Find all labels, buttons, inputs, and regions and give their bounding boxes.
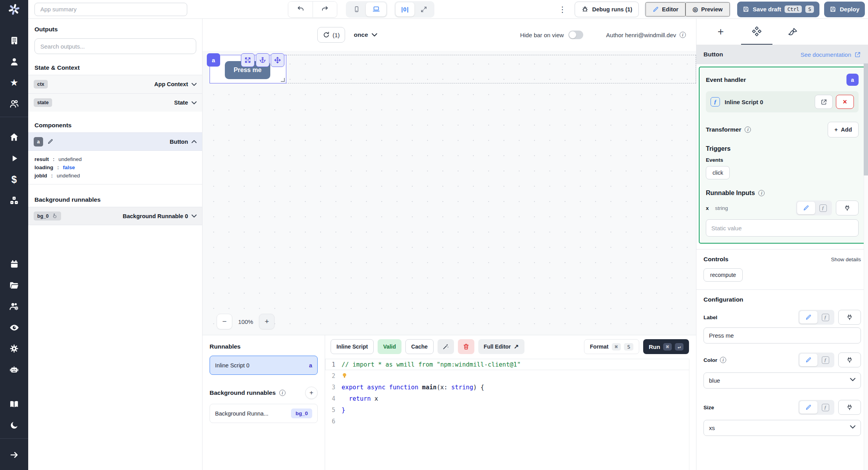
save-draft-button[interactable]: Save draft Ctrl S — [737, 2, 819, 17]
nav-settings[interactable] — [0, 338, 28, 359]
fullscreen-button[interactable] — [414, 2, 433, 16]
state-row[interactable]: state State — [28, 93, 202, 112]
run-button[interactable]: Run ⌘ ↵ — [643, 339, 689, 354]
info-icon[interactable]: i — [745, 127, 751, 133]
tab-styling[interactable] — [777, 19, 808, 45]
chevron-down-icon[interactable] — [192, 101, 197, 105]
nav-runs[interactable] — [0, 148, 28, 169]
component-a-row[interactable]: a Button — [28, 132, 202, 151]
show-details-link[interactable]: Show details — [831, 257, 861, 262]
nav-ai[interactable] — [0, 359, 28, 380]
static-mode-button[interactable] — [799, 354, 817, 366]
nav-user[interactable] — [0, 51, 28, 72]
nav-schedules[interactable] — [0, 253, 28, 275]
right-panel-scrollbar-thumb[interactable] — [864, 63, 868, 175]
color-select[interactable] — [703, 370, 861, 389]
size-field-title: Size — [703, 405, 714, 410]
anchor-handle[interactable] — [256, 53, 269, 67]
dark-mode-toggle[interactable] — [0, 415, 28, 436]
expression-mode-button[interactable]: ƒ — [817, 354, 833, 366]
schedule-dropdown[interactable]: once — [354, 31, 377, 38]
info-icon[interactable]: i — [680, 32, 686, 38]
chevron-down-icon[interactable] — [192, 214, 197, 218]
center-align-button[interactable]: |0| — [396, 2, 414, 16]
refresh-button[interactable]: (1) — [317, 27, 345, 43]
full-editor-button[interactable]: Full Editor ↗ — [478, 339, 524, 354]
zoom-out-button[interactable]: − — [217, 314, 232, 329]
runnable-background-0[interactable]: Background Runna... bg_0 — [210, 404, 318, 423]
lightbulb-icon[interactable] — [342, 372, 347, 379]
nav-resources[interactable] — [0, 190, 28, 211]
connect-input-button[interactable] — [836, 201, 859, 215]
nav-home[interactable] — [0, 127, 28, 148]
static-value-input[interactable] — [706, 219, 859, 237]
hide-bar-toggle[interactable] — [568, 31, 583, 39]
bg0-row[interactable]: bg_0 Background Runnable 0 — [28, 207, 202, 225]
static-mode-button[interactable] — [799, 401, 817, 414]
format-button[interactable]: Format ⌘ S — [584, 339, 639, 354]
editor-tab[interactable]: Editor — [646, 2, 685, 16]
nav-folders[interactable] — [0, 275, 28, 296]
size-select[interactable] — [703, 418, 861, 436]
size-select-value[interactable] — [703, 420, 861, 436]
see-documentation-link[interactable]: See documentation — [801, 51, 861, 58]
recompute-chip[interactable]: recompute — [703, 268, 743, 282]
delete-script-button[interactable] — [458, 339, 474, 354]
redo-button[interactable] — [313, 2, 337, 17]
nav-favorites[interactable]: ★ — [0, 72, 28, 93]
deploy-button[interactable]: Deploy — [824, 2, 865, 17]
zoom-in-button[interactable]: + — [259, 314, 275, 329]
static-mode-button[interactable] — [799, 311, 817, 324]
info-icon[interactable]: i — [758, 190, 765, 196]
expression-mode-button[interactable]: ƒ — [817, 311, 833, 324]
label-value-input[interactable] — [703, 327, 861, 343]
nav-docs[interactable] — [0, 394, 28, 415]
undo-button[interactable] — [288, 2, 313, 17]
open-script-button[interactable] — [815, 95, 833, 109]
add-background-runnable-button[interactable]: + — [305, 387, 318, 399]
runnable-inline-script-0[interactable]: Inline Script 0 a — [210, 356, 318, 375]
add-transformer-button[interactable]: + Add — [828, 122, 859, 137]
resize-handle[interactable] — [281, 78, 285, 82]
attached-script-row[interactable]: ƒ Inline Script 0 × — [706, 91, 859, 112]
inline-script-tab[interactable]: Inline Script — [331, 339, 374, 354]
nav-variables[interactable]: $ — [0, 169, 28, 190]
info-icon[interactable]: i — [720, 357, 726, 363]
move-handle[interactable] — [271, 53, 284, 67]
expand-handle[interactable] — [241, 53, 255, 67]
event-click-chip[interactable]: click — [706, 166, 730, 179]
nav-groups[interactable] — [0, 93, 28, 114]
nav-audit[interactable] — [0, 317, 28, 338]
chevron-up-icon[interactable] — [192, 140, 197, 143]
expression-mode-button[interactable]: ƒ — [815, 202, 831, 214]
nav-workspace[interactable] — [0, 30, 28, 51]
expand-sidebar-button[interactable] — [0, 444, 28, 465]
expression-mode-button[interactable]: ƒ — [817, 401, 833, 414]
connect-input-button[interactable] — [838, 400, 861, 415]
app-summary-input[interactable] — [34, 3, 187, 16]
tab-insert-component[interactable]: + — [705, 19, 736, 45]
pencil-icon[interactable] — [47, 139, 53, 145]
preview-tab[interactable]: ◎ Preview — [685, 2, 730, 16]
cache-button[interactable]: Cache — [405, 339, 434, 354]
info-icon[interactable]: i — [279, 390, 286, 396]
ctx-row[interactable]: ctx App Context — [28, 75, 202, 93]
more-options-button[interactable]: ⋮ — [556, 5, 569, 14]
windmill-logo[interactable] — [0, 0, 28, 19]
connect-input-button[interactable] — [838, 310, 861, 325]
component-id-tag[interactable]: a — [207, 53, 220, 67]
color-select-value[interactable] — [703, 372, 861, 389]
detach-script-button[interactable]: × — [836, 95, 854, 109]
mobile-view-button[interactable] — [347, 2, 366, 16]
desktop-view-button[interactable] — [366, 2, 386, 16]
static-mode-button[interactable] — [797, 202, 815, 214]
chevron-down-icon[interactable] — [192, 83, 197, 86]
app-canvas[interactable]: a Press me − 100% + — [203, 51, 696, 335]
code-area[interactable]: 1// import * as wmill from "npm:windmill… — [325, 359, 696, 427]
ai-assistant-button[interactable] — [438, 339, 454, 354]
connect-input-button[interactable] — [838, 352, 861, 367]
search-outputs-input[interactable] — [34, 38, 196, 54]
tab-component-settings[interactable] — [741, 19, 772, 45]
nav-workers[interactable] — [0, 296, 28, 317]
debug-runs-button[interactable]: Debug runs (1) — [575, 2, 639, 17]
